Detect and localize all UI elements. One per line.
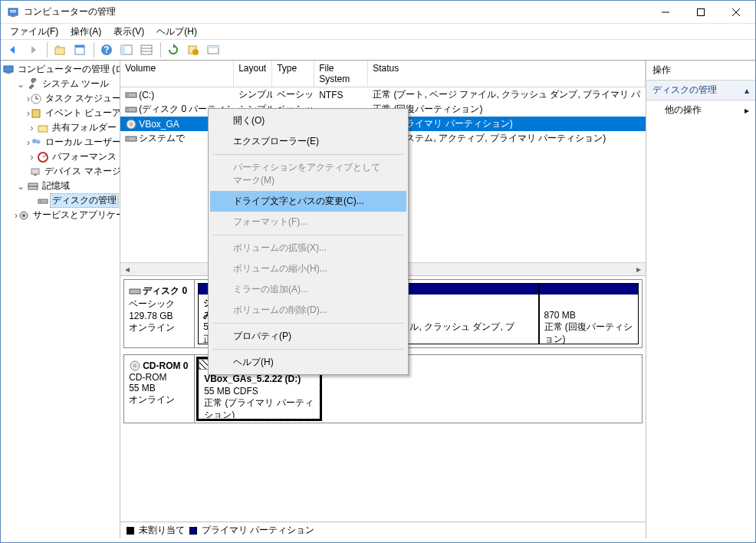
tree-label: パフォーマンス [51, 150, 118, 163]
col-fs[interactable]: File System [314, 61, 368, 87]
close-button[interactable] [718, 1, 754, 24]
expand-icon[interactable]: › [27, 123, 37, 133]
svg-point-40 [22, 214, 25, 217]
services-icon [18, 209, 30, 222]
tree-services[interactable]: ›サービスとアプリケーション [15, 208, 118, 222]
storage-icon [27, 180, 39, 193]
menu-help[interactable]: ヘルプ(H) [150, 24, 203, 40]
tree-local-users[interactable]: ›ローカル ユーザーとグループ [27, 135, 118, 150]
svg-point-38 [40, 200, 41, 202]
help-button[interactable]: ? [97, 41, 116, 59]
tree-disk-management[interactable]: ディスクの管理 [27, 193, 118, 208]
disk-0-info: ディスク 0 ベーシック 129.78 GB オンライン [124, 280, 195, 347]
window-title: コンピューターの管理 [24, 5, 648, 18]
tree-pane: コンピューターの管理 (ローカル) ⌄ システム ツール ›タスク スケジューラ… [1, 61, 120, 538]
menu-view[interactable]: 表示(V) [107, 24, 150, 40]
collapse-icon[interactable]: ⌄ [15, 79, 27, 90]
tree-storage[interactable]: ⌄ 記憶域 [15, 179, 118, 193]
tree-shared-folders[interactable]: ›共有フォルダー [27, 120, 118, 135]
col-volume[interactable]: Volume [120, 61, 234, 87]
up-button[interactable] [51, 41, 69, 59]
col-type[interactable]: Type [272, 61, 314, 87]
actions-other[interactable]: 他の操作 ▸ [646, 100, 756, 120]
chevron-up-icon: ▴ [744, 85, 749, 96]
col-status[interactable]: Status [368, 61, 645, 87]
svg-line-32 [43, 155, 46, 157]
legend-primary-swatch [189, 527, 197, 535]
volume-header: Volume Layout Type File System Status [120, 61, 645, 87]
tree-label: 共有フォルダー [51, 121, 118, 134]
list-view-button[interactable] [137, 41, 156, 59]
tree-root[interactable]: コンピューターの管理 (ローカル) [2, 62, 118, 77]
actions-section-disk[interactable]: ディスクの管理 ▴ [646, 81, 756, 100]
scroll-left-button[interactable]: ◂ [120, 263, 133, 276]
disk-size: 129.78 GB [129, 311, 189, 321]
cell-status: 正常 (システム, アクティブ, プライマリ パーティション) [368, 131, 645, 146]
tree-task-scheduler[interactable]: ›タスク スケジューラ [27, 91, 118, 106]
svg-rect-36 [28, 186, 38, 189]
disk-icon [125, 104, 137, 115]
cd-icon [125, 119, 137, 130]
ctx-help[interactable]: ヘルプ(H) [210, 352, 406, 373]
svg-point-46 [130, 123, 133, 125]
partition-recovery[interactable]: 870 MB正常 (回復パーティション) [539, 283, 639, 344]
volume-row[interactable]: (C:)シンプルベーシックNTFS正常 (ブート, ページ ファイル, クラッシ… [120, 87, 645, 102]
svg-text:?: ? [104, 44, 109, 55]
part-size: 870 MB [544, 310, 576, 321]
cell-layout: シンプル [234, 87, 272, 102]
collapse-icon[interactable]: ⌄ [15, 181, 27, 192]
svg-rect-5 [698, 8, 705, 15]
ctx-separator [213, 349, 403, 350]
disk-type: CD-ROM [129, 372, 189, 383]
minimize-button[interactable] [648, 1, 683, 24]
actions-header: 操作 [646, 61, 756, 81]
settings-button[interactable] [184, 41, 202, 59]
toolbar-separator [94, 42, 94, 58]
toolbar-separator [47, 42, 48, 58]
col-layout[interactable]: Layout [234, 61, 272, 87]
svg-point-30 [37, 140, 41, 143]
svg-rect-2 [10, 12, 16, 12]
ctx-format: フォーマット(F)... [210, 212, 406, 232]
tree-label: サービスとアプリケーション [31, 209, 120, 222]
expand-icon[interactable]: › [27, 152, 37, 163]
clock-icon [30, 93, 42, 105]
refresh-button[interactable] [164, 41, 182, 59]
actions-item-label: 他の操作 [665, 104, 702, 117]
tree-label: タスク スケジューラ [44, 92, 120, 105]
device-icon [29, 166, 41, 178]
detail-view-button[interactable] [204, 41, 222, 59]
ctx-properties[interactable]: プロパティ(P) [210, 326, 406, 347]
ctx-extend: ボリュームの拡張(X)... [210, 238, 406, 258]
properties-button[interactable] [71, 41, 89, 59]
svg-point-42 [127, 94, 129, 96]
scroll-right-button[interactable]: ▸ [633, 263, 646, 276]
ctx-change-drive-letter[interactable]: ドライブ文字とパスの変更(C)... [210, 191, 406, 212]
menu-action[interactable]: 操作(A) [64, 24, 107, 40]
part-status: 正常 (回復パーティション) [544, 321, 633, 344]
tree-label: 記憶域 [41, 179, 71, 193]
legend-primary-label: プライマリ パーティション [202, 524, 314, 537]
ctx-delete: ボリュームの削除(D)... [210, 300, 406, 321]
svg-point-19 [192, 49, 199, 55]
expand-placeholder [27, 196, 37, 206]
svg-point-44 [127, 109, 129, 110]
svg-rect-1 [10, 10, 16, 11]
tree-label: デバイス マネージャー [43, 165, 120, 178]
cell-fs: NTFS [314, 87, 368, 102]
menubar: ファイル(F) 操作(A) 表示(V) ヘルプ(H) [1, 24, 755, 39]
forward-button[interactable] [24, 41, 42, 59]
back-button[interactable] [4, 41, 22, 59]
tree-device-manager[interactable]: デバイス マネージャー [27, 164, 118, 179]
disk-icon [129, 285, 141, 298]
ctx-explorer[interactable]: エクスプローラー(E) [210, 131, 406, 152]
tree-performance[interactable]: ›パフォーマンス [27, 150, 118, 164]
menu-file[interactable]: ファイル(F) [4, 24, 64, 40]
tree-event-viewer[interactable]: ›イベント ビューアー [27, 106, 118, 120]
maximize-button[interactable] [683, 1, 718, 24]
tree-system-tools[interactable]: ⌄ システム ツール [15, 77, 118, 91]
ctx-open[interactable]: 開く(O) [210, 110, 406, 131]
show-hide-button[interactable] [117, 41, 136, 59]
cdrom-0-info: CD-ROM 0 CD-ROM 55 MB オンライン [124, 355, 195, 423]
cell-status: 正常 (ブート, ページ ファイル, クラッシュ ダンプ, プライマリ パ [368, 87, 645, 102]
